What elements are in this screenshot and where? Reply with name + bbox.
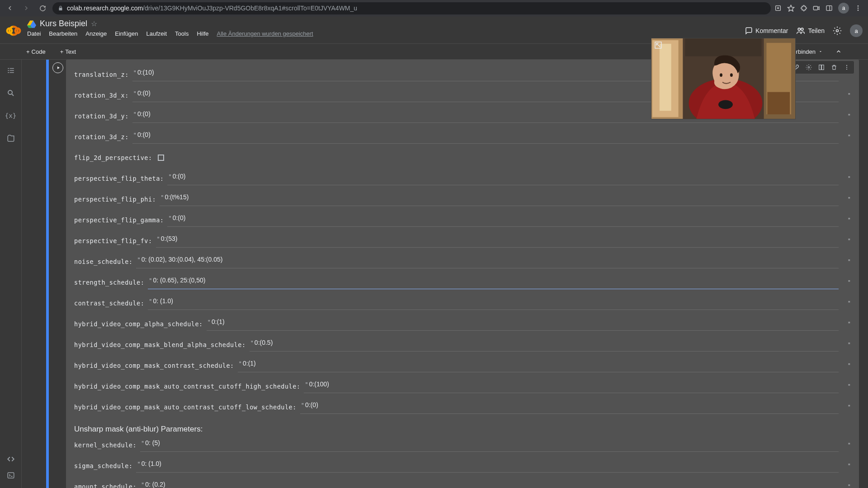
param-input[interactable]	[305, 401, 839, 408]
terminal-icon[interactable]	[6, 471, 15, 480]
quote-icon: "	[167, 215, 172, 221]
sidepanel-icon[interactable]	[826, 5, 833, 12]
colab-logo-icon[interactable]	[5, 23, 22, 39]
menu-runtime[interactable]: Laufzeit	[146, 30, 167, 37]
url-bar[interactable]: colab.research.google.com/drive/13G9KHyM…	[52, 2, 771, 14]
user-avatar[interactable]: a	[850, 24, 863, 37]
param-row: hybrid_video_comp_alpha_schedule:""	[74, 314, 851, 334]
param-field[interactable]: "	[250, 338, 839, 352]
param-field[interactable]: "	[304, 380, 838, 393]
browser-avatar[interactable]: a	[838, 3, 849, 14]
notebook-title[interactable]: Kurs Beispiel	[40, 19, 87, 28]
param-input[interactable]	[153, 277, 839, 284]
quote-icon: "	[848, 442, 851, 448]
install-icon[interactable]	[774, 5, 782, 12]
menu-view[interactable]: Anzeige	[85, 30, 107, 37]
star-icon[interactable]: ☆	[91, 19, 97, 28]
param-input[interactable]	[142, 460, 839, 467]
variables-icon[interactable]: {x}	[6, 111, 15, 120]
menu-tools[interactable]: Tools	[175, 30, 189, 37]
param-input[interactable]	[173, 173, 839, 180]
reload-button[interactable]	[36, 2, 49, 14]
param-input[interactable]	[161, 235, 839, 242]
delete-icon[interactable]	[829, 62, 840, 73]
section-heading: Unsharp mask (anti-blur) Parameters:	[74, 425, 851, 434]
collapse-button[interactable]	[831, 47, 846, 56]
extension-icon[interactable]	[800, 5, 807, 12]
bookmark-icon[interactable]	[787, 5, 795, 12]
svg-point-13	[808, 66, 810, 68]
back-button[interactable]	[4, 2, 16, 14]
svg-point-17	[846, 67, 847, 68]
param-row: rotation_3d_z:""	[74, 127, 851, 147]
param-label: perspective_flip_phi:	[74, 196, 156, 203]
param-input[interactable]	[153, 297, 839, 305]
quote-icon: "	[848, 196, 851, 202]
camera-icon[interactable]	[813, 5, 820, 12]
save-status[interactable]: Alle Änderungen wurden gespeichert	[217, 30, 313, 37]
param-input[interactable]	[142, 256, 839, 263]
mirror-icon[interactable]	[816, 62, 827, 73]
quote-icon: "	[848, 404, 851, 410]
param-field[interactable]: "	[140, 480, 839, 488]
param-input[interactable]	[243, 360, 839, 367]
param-label: perspective_flip_gamma:	[74, 216, 164, 224]
param-row: noise_schedule:""	[74, 251, 851, 272]
share-button[interactable]: Teilen	[796, 26, 825, 35]
param-field[interactable]: "	[136, 459, 838, 473]
menu-file[interactable]: Datei	[27, 30, 41, 37]
cell-settings-icon[interactable]	[803, 62, 814, 73]
more-icon[interactable]	[841, 62, 852, 73]
dropdown-icon	[818, 49, 823, 54]
param-field[interactable]: "	[167, 172, 838, 185]
param-input[interactable]	[309, 380, 839, 388]
param-label: amount_schedule:	[74, 483, 137, 488]
svg-rect-25	[767, 92, 790, 114]
plus-icon: +	[60, 48, 64, 55]
add-code-button[interactable]: + Code	[22, 47, 50, 57]
param-checkbox[interactable]	[158, 155, 164, 161]
code-snippets-icon[interactable]	[6, 455, 15, 464]
quote-icon: "	[136, 461, 141, 467]
param-field[interactable]: "	[148, 296, 838, 310]
param-label: noise_schedule:	[74, 258, 132, 265]
run-cell-button[interactable]	[52, 62, 63, 73]
browser-toolbar: colab.research.google.com/drive/13G9KHyM…	[0, 0, 868, 16]
param-input[interactable]	[137, 131, 839, 138]
param-row: perspective_flip_theta:""	[74, 168, 851, 189]
param-field[interactable]: "	[167, 213, 838, 227]
toc-icon[interactable]	[6, 66, 15, 75]
add-text-button[interactable]: + Text	[56, 47, 80, 57]
menu-icon[interactable]	[854, 5, 862, 12]
quote-icon: "	[132, 90, 137, 97]
forward-button[interactable]	[20, 2, 33, 14]
param-input[interactable]	[145, 481, 838, 488]
settings-button[interactable]	[833, 26, 842, 35]
param-label: hybrid_video_comp_mask_auto_contrast_cut…	[74, 383, 300, 390]
people-icon	[796, 26, 805, 35]
param-input[interactable]	[145, 439, 838, 446]
param-field[interactable]: "	[140, 438, 839, 452]
param-field[interactable]: "	[156, 234, 839, 248]
param-field[interactable]: "	[148, 276, 838, 289]
quote-icon: "	[848, 321, 851, 327]
param-field[interactable]: "	[136, 255, 838, 268]
param-input[interactable]	[165, 193, 838, 201]
param-input[interactable]	[212, 318, 839, 325]
param-field[interactable]: "	[207, 317, 839, 331]
param-field[interactable]: "	[300, 400, 839, 414]
param-field[interactable]: "	[132, 130, 839, 144]
param-field[interactable]: "	[238, 359, 839, 372]
svg-point-11	[8, 90, 12, 94]
menu-edit[interactable]: Bearbeiten	[49, 30, 77, 37]
files-icon[interactable]	[6, 134, 15, 143]
param-input[interactable]	[255, 339, 839, 346]
menu-insert[interactable]: Einfügen	[115, 30, 138, 37]
param-row: perspective_flip_gamma:""	[74, 210, 851, 230]
comment-button[interactable]: Kommentar	[745, 27, 788, 35]
param-field[interactable]: "	[160, 192, 839, 206]
param-row: amount_schedule:""	[74, 476, 851, 488]
param-input[interactable]	[173, 214, 839, 221]
search-icon[interactable]	[6, 89, 15, 98]
menu-help[interactable]: Hilfe	[197, 30, 208, 37]
